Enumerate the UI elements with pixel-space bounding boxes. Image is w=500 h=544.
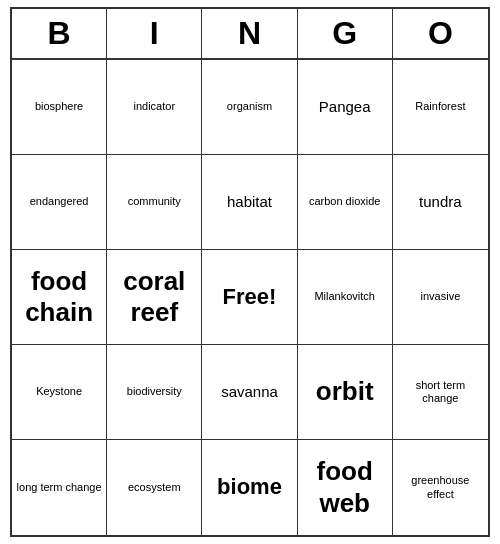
header-letter: N <box>202 9 297 58</box>
bingo-cell[interactable]: biome <box>202 440 297 535</box>
bingo-cell[interactable]: food chain <box>12 250 107 345</box>
bingo-cell[interactable]: biodiversity <box>107 345 202 440</box>
bingo-cell[interactable]: invasive <box>393 250 488 345</box>
bingo-cell[interactable]: indicator <box>107 60 202 155</box>
header-letter: I <box>107 9 202 58</box>
cell-label: ecosystem <box>128 481 181 494</box>
cell-label: short term change <box>397 379 484 405</box>
bingo-cell[interactable]: Keystone <box>12 345 107 440</box>
cell-label: Milankovitch <box>314 290 375 303</box>
bingo-cell[interactable]: Milankovitch <box>298 250 393 345</box>
bingo-cell[interactable]: Pangea <box>298 60 393 155</box>
bingo-cell[interactable]: coral reef <box>107 250 202 345</box>
bingo-cell[interactable]: savanna <box>202 345 297 440</box>
header-letter: G <box>298 9 393 58</box>
bingo-cell[interactable]: community <box>107 155 202 250</box>
cell-label: biosphere <box>35 100 83 113</box>
bingo-card: BINGO biosphereindicatororganismPangeaRa… <box>10 7 490 537</box>
cell-label: community <box>128 195 181 208</box>
cell-label: long term change <box>17 481 102 494</box>
cell-label: biome <box>217 474 282 500</box>
bingo-cell[interactable]: organism <box>202 60 297 155</box>
bingo-header: BINGO <box>12 9 488 60</box>
cell-label: Keystone <box>36 385 82 398</box>
bingo-cell[interactable]: tundra <box>393 155 488 250</box>
bingo-cell[interactable]: ecosystem <box>107 440 202 535</box>
bingo-cell[interactable]: habitat <box>202 155 297 250</box>
cell-label: tundra <box>419 193 462 211</box>
cell-label: greenhouse effect <box>397 474 484 500</box>
bingo-cell[interactable]: Free! <box>202 250 297 345</box>
bingo-grid: biosphereindicatororganismPangeaRainfore… <box>12 60 488 535</box>
bingo-cell[interactable]: food web <box>298 440 393 535</box>
cell-label: Pangea <box>319 98 371 116</box>
cell-label: savanna <box>221 383 278 401</box>
bingo-cell[interactable]: carbon dioxide <box>298 155 393 250</box>
cell-label: Rainforest <box>415 100 465 113</box>
bingo-cell[interactable]: short term change <box>393 345 488 440</box>
cell-label: carbon dioxide <box>309 195 381 208</box>
cell-label: invasive <box>421 290 461 303</box>
header-letter: B <box>12 9 107 58</box>
cell-label: habitat <box>227 193 272 211</box>
bingo-cell[interactable]: Rainforest <box>393 60 488 155</box>
cell-label: organism <box>227 100 272 113</box>
cell-label: endangered <box>30 195 89 208</box>
cell-label: indicator <box>134 100 176 113</box>
bingo-cell[interactable]: orbit <box>298 345 393 440</box>
bingo-cell[interactable]: endangered <box>12 155 107 250</box>
cell-label: biodiversity <box>127 385 182 398</box>
cell-label: Free! <box>223 284 277 310</box>
bingo-cell[interactable]: greenhouse effect <box>393 440 488 535</box>
header-letter: O <box>393 9 488 58</box>
cell-label: orbit <box>316 376 374 407</box>
cell-label: food chain <box>16 266 102 328</box>
cell-label: coral reef <box>111 266 197 328</box>
cell-label: food web <box>302 456 388 518</box>
bingo-cell[interactable]: biosphere <box>12 60 107 155</box>
bingo-cell[interactable]: long term change <box>12 440 107 535</box>
